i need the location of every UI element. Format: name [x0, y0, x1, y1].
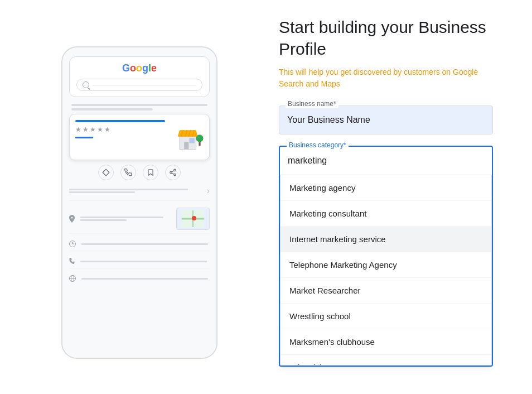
- website-line: [81, 278, 208, 280]
- directions-icon-circle: [98, 165, 114, 180]
- address-line-2: [80, 219, 127, 221]
- address-line-1: [80, 217, 163, 218]
- website-row: [69, 272, 210, 285]
- info-line-short-1: [69, 191, 135, 193]
- dropdown-item-telephone-marketing[interactable]: Telephone Marketing Agency: [280, 252, 491, 278]
- result-line-1: [71, 104, 207, 106]
- svg-marker-10: [103, 169, 109, 176]
- hours-line: [81, 243, 208, 245]
- category-dropdown-wrapper: Business category* Marketing agency Mark…: [279, 146, 493, 367]
- dropdown-item-marksmens-clubhouse[interactable]: Marksmen's clubhouse: [280, 329, 491, 355]
- card-bottom-line: [75, 137, 93, 138]
- dropdown-item-advertising-agency[interactable]: Advertising agency: [280, 355, 491, 365]
- svg-rect-1: [184, 142, 188, 149]
- business-category-input[interactable]: [280, 147, 492, 175]
- card-top: ★ ★ ★ ★ ★: [75, 126, 204, 151]
- search-bar-line: [93, 85, 196, 85]
- star-2: ★: [83, 126, 89, 133]
- svg-point-11: [174, 169, 176, 171]
- form-section: Start building your Business Profile Thi…: [257, 0, 510, 394]
- svg-marker-3: [178, 130, 198, 136]
- save-icon-circle: [143, 165, 158, 180]
- star-1: ★: [75, 126, 81, 133]
- search-icon: [83, 81, 89, 88]
- svg-rect-9: [199, 142, 200, 146]
- google-letter-g: G: [122, 63, 130, 74]
- svg-point-13: [174, 174, 176, 176]
- dropdown-item-wrestling-school[interactable]: Wrestling school: [280, 304, 491, 329]
- svg-rect-2: [190, 138, 194, 143]
- star-4: ★: [97, 126, 103, 133]
- business-card: ★ ★ ★ ★ ★: [69, 114, 210, 160]
- map-image: [182, 210, 204, 227]
- google-letter-o1: o: [130, 63, 136, 74]
- dropdown-item-internet-marketing[interactable]: Internet marketing service: [280, 227, 491, 252]
- svg-point-19: [192, 216, 196, 220]
- dropdown-scroll[interactable]: Marketing agency Marketing consultant In…: [280, 175, 491, 365]
- search-result-lines: [69, 102, 210, 114]
- page-container: G o o g l e: [0, 0, 532, 394]
- google-search-area: G o o g l e: [69, 56, 210, 97]
- info-row-1: ›: [69, 186, 210, 201]
- business-name-field: Business name*: [279, 105, 493, 134]
- result-line-2: [71, 108, 153, 110]
- category-input-wrap: Business category*: [280, 147, 492, 175]
- star-5: ★: [104, 126, 110, 133]
- phone-small-icon: [69, 258, 75, 265]
- dropdown-item-market-researcher[interactable]: Market Researcher: [280, 278, 491, 304]
- svg-line-14: [172, 173, 174, 174]
- svg-point-8: [196, 134, 203, 142]
- phone-illustration: G o o g l e: [22, 0, 257, 394]
- dropdown-item-marketing-agency[interactable]: Marketing agency: [280, 175, 491, 201]
- business-name-input[interactable]: [279, 105, 493, 134]
- google-letter-g2: g: [142, 63, 148, 74]
- phone-line: [80, 261, 207, 262]
- address-row: [69, 204, 210, 234]
- globe-icon: [69, 275, 76, 282]
- map-thumbnail: [176, 208, 210, 230]
- phone-icon: [124, 169, 132, 176]
- share-icon: [169, 169, 177, 176]
- bookmark-icon: [147, 169, 154, 176]
- star-rating: ★ ★ ★ ★ ★: [75, 126, 110, 133]
- category-dropdown-list: Marketing agency Marketing consultant In…: [280, 175, 492, 366]
- phone-row: [69, 254, 210, 268]
- business-category-field: Business category* Marketing agency Mark…: [279, 146, 493, 367]
- action-icons-row: [69, 165, 210, 180]
- phone-icon-circle: [120, 165, 136, 180]
- dropdown-item-marketing-consultant[interactable]: Marketing consultant: [280, 201, 491, 227]
- page-subtitle: This will help you get discovered by cus…: [279, 66, 493, 90]
- info-section: ›: [69, 186, 210, 285]
- google-letter-e: e: [151, 63, 157, 74]
- phone-outer: G o o g l e: [61, 46, 217, 359]
- hours-row: [69, 237, 210, 251]
- star-3: ★: [90, 126, 96, 133]
- google-logo: G o o g l e: [76, 63, 202, 74]
- location-icon: [69, 215, 75, 223]
- chevron-right-icon: ›: [207, 186, 210, 196]
- directions-icon: [102, 169, 110, 176]
- phone-search-bar: [76, 79, 202, 91]
- svg-point-12: [170, 171, 172, 174]
- store-icon: [176, 126, 204, 151]
- svg-line-15: [172, 171, 174, 172]
- business-name-bar: [75, 120, 165, 122]
- clock-icon: [69, 241, 76, 247]
- google-letter-o2: o: [136, 63, 142, 74]
- page-title: Start building your Business Profile: [279, 16, 493, 60]
- info-line-long-1: [69, 189, 188, 190]
- share-icon-circle: [165, 165, 181, 180]
